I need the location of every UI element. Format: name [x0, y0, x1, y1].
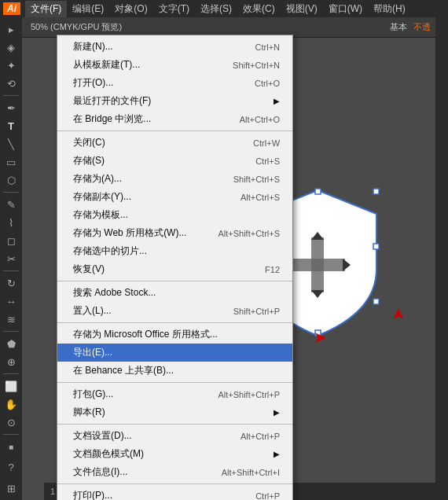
- pen-tool[interactable]: ✒: [2, 99, 20, 116]
- menu-effect[interactable]: 效果(C): [237, 1, 281, 17]
- menu-item-shortcut-6: Ctrl+W: [253, 138, 280, 148]
- menu-item-9[interactable]: 存储副本(Y)...Alt+Ctrl+S: [57, 188, 292, 206]
- menu-item-shortcut-25: Alt+Ctrl+P: [241, 432, 280, 441]
- file-dropdown-menu: 新建(N)...Ctrl+N从模板新建(T)...Shift+Ctrl+N打开(…: [57, 35, 293, 500]
- menu-help[interactable]: 帮助(H): [368, 1, 411, 17]
- submenu-arrow-icon-3: ▶: [274, 97, 280, 105]
- menu-item-13[interactable]: 恢复(V)F12: [57, 260, 292, 278]
- graph-tool[interactable]: ⬟: [2, 335, 20, 352]
- menu-item-shortcut-27: Alt+Shift+Ctrl+I: [222, 468, 280, 477]
- menu-bar: Ai 文件(F) 编辑(E) 对象(O) 文字(T) 选择(S) 效果(C) 视…: [0, 0, 448, 17]
- toolbar-sep-3: [3, 270, 19, 271]
- menu-item-8[interactable]: 存储为(A)...Shift+Ctrl+S: [57, 170, 292, 188]
- menu-item-26[interactable]: 文档颜色模式(M)▶: [57, 445, 292, 463]
- menu-item-label-0: 新建(N)...: [73, 40, 224, 53]
- menu-item-11[interactable]: 存储为 Web 所用格式(W)...Alt+Shift+Ctrl+S: [57, 224, 292, 242]
- line-tool[interactable]: ╲: [2, 135, 20, 153]
- menu-type[interactable]: 文字(T): [153, 1, 195, 17]
- lasso-tool[interactable]: ⟲: [2, 75, 20, 92]
- menu-item-label-20: 在 Behance 上共享(B)...: [73, 364, 280, 377]
- menu-item-label-19: 导出(E)...: [73, 346, 280, 359]
- menu-item-label-25: 文档设置(D)...: [73, 429, 209, 443]
- menu-item-shortcut-8: Shift+Ctrl+S: [233, 175, 280, 184]
- pencil-tool[interactable]: ✎: [2, 196, 20, 213]
- menu-item-19[interactable]: 导出(E)...: [57, 344, 292, 362]
- toolbar-sep-4: [3, 331, 19, 332]
- ai-logo: Ai: [3, 2, 20, 15]
- menu-item-6[interactable]: 关闭(C)Ctrl+W: [57, 134, 292, 152]
- magic-wand-tool[interactable]: ✦: [2, 57, 20, 74]
- menu-item-15[interactable]: 搜索 Adobe Stock...: [57, 284, 292, 302]
- menu-item-label-6: 关闭(C): [73, 136, 222, 149]
- blob-brush-tool[interactable]: ⌇: [2, 214, 20, 231]
- menu-item-label-27: 文件信息(I)...: [73, 465, 190, 479]
- menu-select[interactable]: 选择(S): [195, 1, 237, 17]
- menu-item-10[interactable]: 存储为模板...: [57, 206, 292, 224]
- rotate-tool[interactable]: ↻: [2, 274, 20, 292]
- menu-item-0[interactable]: 新建(N)...Ctrl+N: [57, 38, 292, 56]
- type-tool[interactable]: T: [2, 117, 20, 134]
- menu-edit[interactable]: 编辑(E): [67, 1, 109, 17]
- menu-item-shortcut-7: Ctrl+S: [255, 156, 280, 166]
- menu-item-25[interactable]: 文档设置(D)...Alt+Ctrl+P: [57, 427, 292, 445]
- direct-select-tool[interactable]: ◈: [2, 39, 20, 56]
- dropdown-overlay: 新建(N)...Ctrl+N从模板新建(T)...Shift+Ctrl+N打开(…: [22, 17, 435, 500]
- menu-item-label-22: 打包(G)...: [73, 388, 186, 401]
- select-tool[interactable]: ▸: [2, 20, 20, 38]
- left-toolbar: ▸ ◈ ✦ ⟲ ✒ T ╲ ▭ ⬡ ✎ ⌇ ◻ ✂ ↻ ↔ ≋ ⬟ ⊕ ⬜ ✋ …: [0, 17, 22, 500]
- toolbar-sep-2: [3, 192, 19, 193]
- menu-item-4[interactable]: 在 Bridge 中浏览...Alt+Ctrl+O: [57, 110, 292, 128]
- menu-item-2[interactable]: 打开(O)...Ctrl+O: [57, 74, 292, 92]
- hand-tool[interactable]: ✋: [2, 395, 20, 413]
- menu-item-label-29: 打印(P)...: [73, 489, 224, 500]
- help-icon[interactable]: ?: [2, 458, 20, 476]
- menu-item-shortcut-4: Alt+Ctrl+O: [240, 115, 280, 124]
- menu-item-label-7: 存储(S): [73, 154, 224, 167]
- menu-item-29[interactable]: 打印(P)...Ctrl+P: [57, 487, 292, 500]
- menu-separator-21: [57, 382, 292, 383]
- zoom-tool[interactable]: ⊙: [2, 414, 20, 431]
- layers-icon[interactable]: ⊞: [2, 480, 20, 497]
- menu-item-12[interactable]: 存储选中的切片...: [57, 242, 292, 260]
- menu-item-20[interactable]: 在 Behance 上共享(B)...: [57, 362, 292, 380]
- scissors-tool[interactable]: ✂: [2, 250, 20, 267]
- menu-item-22[interactable]: 打包(G)...Alt+Shift+Ctrl+P: [57, 385, 292, 403]
- menu-item-shortcut-0: Ctrl+N: [255, 42, 280, 52]
- menu-item-label-15: 搜索 Adobe Stock...: [73, 286, 280, 300]
- menu-object[interactable]: 对象(O): [109, 1, 152, 17]
- rect-tool[interactable]: ▭: [2, 153, 20, 171]
- menu-item-label-13: 恢复(V): [73, 263, 233, 276]
- menu-item-label-11: 存储为 Web 所用格式(W)...: [73, 226, 186, 240]
- menu-window[interactable]: 窗口(W): [323, 1, 368, 17]
- fill-color[interactable]: ■: [2, 438, 20, 455]
- artboard-tool[interactable]: ⬜: [2, 377, 20, 395]
- menu-item-label-1: 从模板新建(T)...: [73, 58, 201, 72]
- menu-item-27[interactable]: 文件信息(I)...Alt+Shift+Ctrl+I: [57, 463, 292, 481]
- warp-tool[interactable]: ≋: [2, 311, 20, 328]
- polygon-tool[interactable]: ⬡: [2, 171, 20, 189]
- menu-separator-24: [57, 424, 292, 425]
- menu-item-label-4: 在 Bridge 中浏览...: [73, 112, 208, 126]
- menu-item-label-2: 打开(O)...: [73, 76, 223, 90]
- menu-item-label-10: 存储为模板...: [73, 208, 280, 222]
- menu-item-shortcut-11: Alt+Shift+Ctrl+S: [218, 229, 280, 238]
- menu-item-7[interactable]: 存储(S)Ctrl+S: [57, 152, 292, 170]
- menu-item-shortcut-29: Ctrl+P: [255, 491, 280, 501]
- menu-item-label-18: 存储为 Microsoft Office 所用格式...: [73, 328, 280, 341]
- menu-item-3[interactable]: 最近打开的文件(F)▶: [57, 92, 292, 110]
- menu-item-shortcut-22: Alt+Shift+Ctrl+P: [218, 390, 280, 399]
- menu-item-18[interactable]: 存储为 Microsoft Office 所用格式...: [57, 325, 292, 344]
- scale-tool[interactable]: ↔: [2, 292, 20, 310]
- main-layout: ▸ ◈ ✦ ⟲ ✒ T ╲ ▭ ⬡ ✎ ⌇ ◻ ✂ ↻ ↔ ≋ ⬟ ⊕ ⬜ ✋ …: [0, 17, 448, 500]
- menu-separator-28: [57, 483, 292, 484]
- menu-item-shortcut-1: Shift+Ctrl+N: [233, 61, 280, 70]
- menu-view[interactable]: 视图(V): [281, 1, 323, 17]
- menu-item-1[interactable]: 从模板新建(T)...Shift+Ctrl+N: [57, 56, 292, 74]
- right-panel: [435, 17, 448, 500]
- eraser-tool[interactable]: ◻: [2, 232, 20, 249]
- symbol-tool[interactable]: ⊕: [2, 353, 20, 370]
- menu-item-16[interactable]: 置入(L)...Shift+Ctrl+P: [57, 302, 292, 320]
- menu-item-23[interactable]: 脚本(R)▶: [57, 403, 292, 421]
- menu-item-label-16: 置入(L)...: [73, 304, 202, 318]
- menu-file[interactable]: 文件(F): [25, 1, 67, 17]
